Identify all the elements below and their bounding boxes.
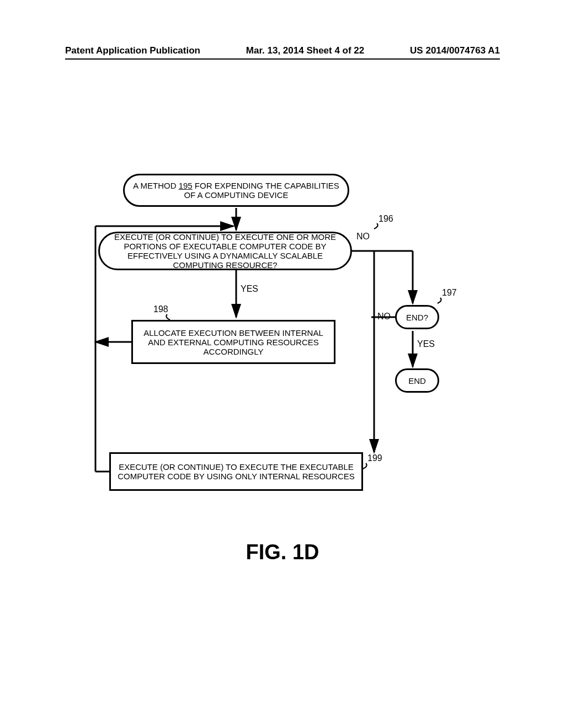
header-right: US 2014/0074763 A1 (410, 45, 500, 56)
start-ref-inline: 195 (179, 181, 193, 190)
start-text: A METHOD 195 FOR EXPENDING THE CAPABILIT… (130, 181, 342, 200)
ref-197: 197 (442, 288, 457, 298)
start-terminator: A METHOD 195 FOR EXPENDING THE CAPABILIT… (123, 174, 349, 207)
header-center: Mar. 13, 2014 Sheet 4 of 22 (246, 45, 365, 56)
page-header: Patent Application Publication Mar. 13, … (65, 45, 500, 60)
figure-label: FIG. 1D (0, 540, 565, 564)
end-terminator: END (395, 368, 439, 393)
process-198-text: ALLOCATE EXECUTION BETWEEN INTERNAL AND … (138, 328, 328, 356)
label-no-197: NO (377, 312, 391, 322)
header-left: Patent Application Publication (65, 45, 200, 56)
label-yes-197: YES (417, 339, 435, 349)
process-198: ALLOCATE EXECUTION BETWEEN INTERNAL AND … (131, 320, 335, 364)
process-199-text: EXECUTE (OR CONTINUE) TO EXECUTE THE EXE… (116, 462, 356, 481)
start-prefix: A METHOD (133, 181, 179, 190)
ref-199: 199 (367, 453, 382, 463)
process-199: EXECUTE (OR CONTINUE) TO EXECUTE THE EXE… (109, 452, 363, 491)
end-text: END (408, 376, 426, 386)
ref-198: 198 (153, 304, 168, 314)
label-yes-196: YES (241, 284, 258, 294)
decision-196-text: EXECUTE (OR CONTINUE) TO EXECUTE ONE OR … (105, 232, 345, 270)
decision-196: EXECUTE (OR CONTINUE) TO EXECUTE ONE OR … (98, 232, 352, 270)
label-no-196: NO (356, 232, 370, 242)
flowchart: A METHOD 195 FOR EXPENDING THE CAPABILIT… (65, 66, 500, 524)
ref-196: 196 (379, 214, 393, 224)
decision-197: END? (395, 305, 439, 329)
decision-197-text: END? (406, 313, 428, 322)
start-suffix: FOR EXPENDING THE CAPABILITIES OF A COMP… (184, 181, 339, 200)
